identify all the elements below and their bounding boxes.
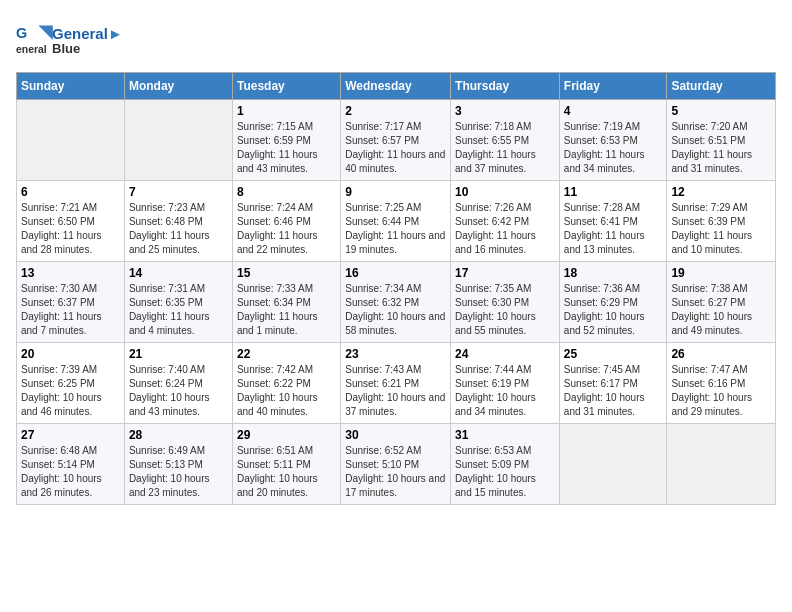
calendar-cell: 19Sunrise: 7:38 AM Sunset: 6:27 PM Dayli… <box>667 262 776 343</box>
day-number: 14 <box>129 266 228 280</box>
day-number: 17 <box>455 266 555 280</box>
calendar-body: 1Sunrise: 7:15 AM Sunset: 6:59 PM Daylig… <box>17 100 776 505</box>
calendar-cell: 10Sunrise: 7:26 AM Sunset: 6:42 PM Dayli… <box>451 181 560 262</box>
day-info: Sunrise: 7:21 AM Sunset: 6:50 PM Dayligh… <box>21 201 120 257</box>
calendar-cell: 11Sunrise: 7:28 AM Sunset: 6:41 PM Dayli… <box>559 181 667 262</box>
calendar-cell: 6Sunrise: 7:21 AM Sunset: 6:50 PM Daylig… <box>17 181 125 262</box>
day-number: 2 <box>345 104 446 118</box>
day-info: Sunrise: 7:24 AM Sunset: 6:46 PM Dayligh… <box>237 201 336 257</box>
day-info: Sunrise: 7:29 AM Sunset: 6:39 PM Dayligh… <box>671 201 771 257</box>
day-info: Sunrise: 7:18 AM Sunset: 6:55 PM Dayligh… <box>455 120 555 176</box>
day-info: Sunrise: 7:38 AM Sunset: 6:27 PM Dayligh… <box>671 282 771 338</box>
day-info: Sunrise: 7:31 AM Sunset: 6:35 PM Dayligh… <box>129 282 228 338</box>
day-info: Sunrise: 6:52 AM Sunset: 5:10 PM Dayligh… <box>345 444 446 500</box>
day-info: Sunrise: 7:28 AM Sunset: 6:41 PM Dayligh… <box>564 201 663 257</box>
calendar-cell <box>124 100 232 181</box>
day-header-friday: Friday <box>559 73 667 100</box>
day-number: 24 <box>455 347 555 361</box>
calendar-cell: 22Sunrise: 7:42 AM Sunset: 6:22 PM Dayli… <box>232 343 340 424</box>
day-info: Sunrise: 7:45 AM Sunset: 6:17 PM Dayligh… <box>564 363 663 419</box>
day-info: Sunrise: 7:42 AM Sunset: 6:22 PM Dayligh… <box>237 363 336 419</box>
day-number: 29 <box>237 428 336 442</box>
calendar-cell: 27Sunrise: 6:48 AM Sunset: 5:14 PM Dayli… <box>17 424 125 505</box>
calendar-cell: 24Sunrise: 7:44 AM Sunset: 6:19 PM Dayli… <box>451 343 560 424</box>
day-info: Sunrise: 7:15 AM Sunset: 6:59 PM Dayligh… <box>237 120 336 176</box>
day-number: 15 <box>237 266 336 280</box>
calendar-cell: 20Sunrise: 7:39 AM Sunset: 6:25 PM Dayli… <box>17 343 125 424</box>
page-header: G eneral General► Blue <box>16 16 776 60</box>
day-number: 13 <box>21 266 120 280</box>
day-header-sunday: Sunday <box>17 73 125 100</box>
day-number: 1 <box>237 104 336 118</box>
week-row-1: 1Sunrise: 7:15 AM Sunset: 6:59 PM Daylig… <box>17 100 776 181</box>
day-info: Sunrise: 7:20 AM Sunset: 6:51 PM Dayligh… <box>671 120 771 176</box>
calendar-cell: 30Sunrise: 6:52 AM Sunset: 5:10 PM Dayli… <box>341 424 451 505</box>
day-header-thursday: Thursday <box>451 73 560 100</box>
day-number: 28 <box>129 428 228 442</box>
calendar-cell: 8Sunrise: 7:24 AM Sunset: 6:46 PM Daylig… <box>232 181 340 262</box>
calendar-cell: 13Sunrise: 7:30 AM Sunset: 6:37 PM Dayli… <box>17 262 125 343</box>
day-number: 30 <box>345 428 446 442</box>
calendar-cell: 7Sunrise: 7:23 AM Sunset: 6:48 PM Daylig… <box>124 181 232 262</box>
day-number: 26 <box>671 347 771 361</box>
day-info: Sunrise: 7:33 AM Sunset: 6:34 PM Dayligh… <box>237 282 336 338</box>
calendar-cell: 17Sunrise: 7:35 AM Sunset: 6:30 PM Dayli… <box>451 262 560 343</box>
calendar-cell: 15Sunrise: 7:33 AM Sunset: 6:34 PM Dayli… <box>232 262 340 343</box>
day-number: 4 <box>564 104 663 118</box>
calendar-header-row: SundayMondayTuesdayWednesdayThursdayFrid… <box>17 73 776 100</box>
day-info: Sunrise: 7:43 AM Sunset: 6:21 PM Dayligh… <box>345 363 446 419</box>
day-number: 23 <box>345 347 446 361</box>
day-info: Sunrise: 7:25 AM Sunset: 6:44 PM Dayligh… <box>345 201 446 257</box>
day-header-tuesday: Tuesday <box>232 73 340 100</box>
day-number: 21 <box>129 347 228 361</box>
calendar-cell: 2Sunrise: 7:17 AM Sunset: 6:57 PM Daylig… <box>341 100 451 181</box>
day-info: Sunrise: 7:36 AM Sunset: 6:29 PM Dayligh… <box>564 282 663 338</box>
day-info: Sunrise: 7:23 AM Sunset: 6:48 PM Dayligh… <box>129 201 228 257</box>
calendar-cell: 23Sunrise: 7:43 AM Sunset: 6:21 PM Dayli… <box>341 343 451 424</box>
week-row-3: 13Sunrise: 7:30 AM Sunset: 6:37 PM Dayli… <box>17 262 776 343</box>
day-info: Sunrise: 6:48 AM Sunset: 5:14 PM Dayligh… <box>21 444 120 500</box>
calendar-cell: 3Sunrise: 7:18 AM Sunset: 6:55 PM Daylig… <box>451 100 560 181</box>
calendar-cell: 26Sunrise: 7:47 AM Sunset: 6:16 PM Dayli… <box>667 343 776 424</box>
calendar-cell: 5Sunrise: 7:20 AM Sunset: 6:51 PM Daylig… <box>667 100 776 181</box>
day-header-wednesday: Wednesday <box>341 73 451 100</box>
day-header-saturday: Saturday <box>667 73 776 100</box>
calendar-cell: 21Sunrise: 7:40 AM Sunset: 6:24 PM Dayli… <box>124 343 232 424</box>
day-number: 19 <box>671 266 771 280</box>
day-number: 18 <box>564 266 663 280</box>
day-number: 8 <box>237 185 336 199</box>
calendar-cell: 1Sunrise: 7:15 AM Sunset: 6:59 PM Daylig… <box>232 100 340 181</box>
day-number: 5 <box>671 104 771 118</box>
day-info: Sunrise: 7:17 AM Sunset: 6:57 PM Dayligh… <box>345 120 446 176</box>
day-info: Sunrise: 7:30 AM Sunset: 6:37 PM Dayligh… <box>21 282 120 338</box>
day-number: 11 <box>564 185 663 199</box>
day-info: Sunrise: 7:47 AM Sunset: 6:16 PM Dayligh… <box>671 363 771 419</box>
logo-svg: G eneral <box>16 20 56 60</box>
day-info: Sunrise: 7:34 AM Sunset: 6:32 PM Dayligh… <box>345 282 446 338</box>
week-row-2: 6Sunrise: 7:21 AM Sunset: 6:50 PM Daylig… <box>17 181 776 262</box>
week-row-4: 20Sunrise: 7:39 AM Sunset: 6:25 PM Dayli… <box>17 343 776 424</box>
calendar-cell: 29Sunrise: 6:51 AM Sunset: 5:11 PM Dayli… <box>232 424 340 505</box>
calendar-cell: 25Sunrise: 7:45 AM Sunset: 6:17 PM Dayli… <box>559 343 667 424</box>
day-info: Sunrise: 7:44 AM Sunset: 6:19 PM Dayligh… <box>455 363 555 419</box>
day-header-monday: Monday <box>124 73 232 100</box>
day-number: 20 <box>21 347 120 361</box>
week-row-5: 27Sunrise: 6:48 AM Sunset: 5:14 PM Dayli… <box>17 424 776 505</box>
calendar-cell: 31Sunrise: 6:53 AM Sunset: 5:09 PM Dayli… <box>451 424 560 505</box>
day-number: 9 <box>345 185 446 199</box>
calendar-cell: 12Sunrise: 7:29 AM Sunset: 6:39 PM Dayli… <box>667 181 776 262</box>
calendar-cell: 28Sunrise: 6:49 AM Sunset: 5:13 PM Dayli… <box>124 424 232 505</box>
day-info: Sunrise: 7:40 AM Sunset: 6:24 PM Dayligh… <box>129 363 228 419</box>
day-info: Sunrise: 7:39 AM Sunset: 6:25 PM Dayligh… <box>21 363 120 419</box>
svg-text:G: G <box>16 25 27 41</box>
svg-text:eneral: eneral <box>16 44 47 55</box>
day-info: Sunrise: 7:26 AM Sunset: 6:42 PM Dayligh… <box>455 201 555 257</box>
calendar-cell <box>17 100 125 181</box>
day-number: 25 <box>564 347 663 361</box>
day-info: Sunrise: 6:51 AM Sunset: 5:11 PM Dayligh… <box>237 444 336 500</box>
calendar-cell: 14Sunrise: 7:31 AM Sunset: 6:35 PM Dayli… <box>124 262 232 343</box>
calendar-cell: 18Sunrise: 7:36 AM Sunset: 6:29 PM Dayli… <box>559 262 667 343</box>
day-number: 10 <box>455 185 555 199</box>
day-number: 12 <box>671 185 771 199</box>
logo: G eneral General► Blue <box>16 20 123 60</box>
